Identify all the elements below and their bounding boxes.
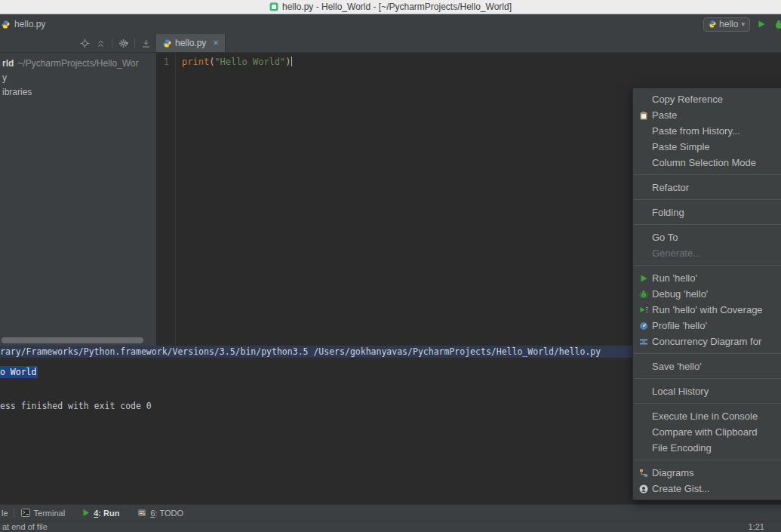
gear-icon[interactable]: ▾ xyxy=(118,38,128,48)
github-gist-icon xyxy=(638,484,649,494)
hide-panel-icon[interactable] xyxy=(141,38,151,48)
menu-label: Profile 'hello' xyxy=(652,320,707,331)
todo-icon xyxy=(137,509,146,517)
menu-label: Concurrency Diagram for xyxy=(652,336,761,347)
menu-item-file-encoding[interactable]: File Encoding xyxy=(633,440,781,456)
toolwindow-label: le xyxy=(2,509,8,518)
editor-tabbar: hello.py × xyxy=(156,34,781,52)
no-icon xyxy=(638,443,649,453)
menu-item-refactor[interactable]: Refactor xyxy=(633,180,781,195)
menu-label: Paste Simple xyxy=(652,141,710,152)
chevron-down-icon: ▾ xyxy=(125,40,128,47)
project-root-path: ~/PycharmProjects/Hello_Wor xyxy=(17,58,138,69)
editor-tab-hello-py[interactable]: hello.py × xyxy=(156,34,226,52)
editor-tabbar-row: ▾ hello.py × xyxy=(0,34,781,53)
menu-item-paste-from-history[interactable]: Paste from History... xyxy=(633,123,781,139)
toolwindow-todo[interactable]: 6: TODO xyxy=(137,509,183,518)
no-icon xyxy=(638,411,649,421)
project-tree-item-file[interactable]: y xyxy=(0,71,156,85)
project-root-node[interactable]: rld~/PycharmProjects/Hello_Wor xyxy=(0,57,156,71)
window-titlebar: hello.py - Hello_World - [~/PycharmProje… xyxy=(0,0,781,14)
code-token-string: "Hello World" xyxy=(214,57,285,67)
toolbar-divider xyxy=(134,38,135,48)
menu-label: Paste xyxy=(652,109,677,121)
toolwindow-console-partial[interactable]: le xyxy=(2,509,8,518)
collapse-all-icon[interactable] xyxy=(96,38,106,48)
menu-item-run-with-coverage[interactable]: Run 'hello' with Coverage xyxy=(633,302,781,318)
project-panel-toolbar: ▾ xyxy=(80,34,151,52)
menu-item-save-hello[interactable]: Save 'hello' xyxy=(633,358,781,374)
toolwindow-label: 4: Run xyxy=(94,509,119,518)
tab-label: hello.py xyxy=(175,38,206,48)
menu-item-compare-with-clipboard[interactable]: Compare with Clipboard xyxy=(633,424,781,440)
menu-separator xyxy=(634,199,781,200)
editor-context-menu: Copy Reference Paste Paste from History.… xyxy=(632,88,781,500)
code-token-paren-close: ) xyxy=(285,57,291,67)
toolbar-divider xyxy=(112,38,112,48)
menu-separator xyxy=(634,224,781,225)
project-tree-item-libraries[interactable]: ibraries xyxy=(0,85,156,100)
menu-label: Go To xyxy=(652,232,678,243)
menu-label: Refactor xyxy=(652,182,689,193)
menu-item-debug-hello[interactable]: Debug 'hello' xyxy=(633,286,781,302)
menu-item-paste-simple[interactable]: Paste Simple xyxy=(633,139,781,155)
no-icon xyxy=(638,248,649,258)
toolwindow-terminal[interactable]: Terminal xyxy=(21,509,66,518)
profiler-icon xyxy=(638,321,649,331)
menu-item-folding[interactable]: Folding xyxy=(633,204,781,220)
menu-item-diagrams[interactable]: Diagrams xyxy=(633,465,781,481)
editor-gutter: 1 xyxy=(156,53,176,346)
project-root-name: rld xyxy=(2,58,14,69)
menu-item-copy-reference[interactable]: Copy Reference xyxy=(633,91,781,107)
menu-separator xyxy=(634,460,781,460)
no-icon xyxy=(638,361,649,371)
menu-item-local-history[interactable]: Local History xyxy=(633,383,781,399)
no-icon xyxy=(638,427,649,437)
no-icon xyxy=(638,94,649,104)
no-icon xyxy=(638,126,649,136)
navigation-bar-file[interactable]: hello.py xyxy=(14,19,45,29)
menu-item-create-gist[interactable]: Create Gist... xyxy=(633,481,781,497)
menu-item-go-to[interactable]: Go To xyxy=(633,229,781,245)
scroll-from-source-icon[interactable] xyxy=(80,38,90,48)
menu-label: Local History xyxy=(652,386,709,397)
text-caret xyxy=(291,57,292,66)
menu-item-paste[interactable]: Paste xyxy=(633,107,781,123)
no-icon xyxy=(638,183,649,192)
menu-item-concurrency-diagram[interactable]: Concurrency Diagram for xyxy=(633,334,781,349)
toolwindow-label: 6: TODO xyxy=(150,509,183,518)
no-icon xyxy=(638,142,649,152)
menu-label: Paste from History... xyxy=(652,125,740,137)
menu-separator xyxy=(634,174,781,175)
menu-item-execute-line-in-console[interactable]: Execute Line in Console xyxy=(633,408,781,424)
menu-separator xyxy=(634,403,781,404)
debug-bug-icon xyxy=(638,289,649,299)
menu-separator xyxy=(634,353,781,354)
menu-item-column-selection-mode[interactable]: Column Selection Mode xyxy=(633,155,781,171)
run-button[interactable] xyxy=(757,20,766,29)
menu-label: Diagrams xyxy=(652,467,694,478)
horizontal-scrollbar[interactable] xyxy=(2,337,143,343)
menu-item-run-hello[interactable]: Run 'hello' xyxy=(633,270,781,286)
toolwindow-run[interactable]: 4: Run xyxy=(82,509,119,518)
app-window-icon xyxy=(269,2,278,11)
no-icon xyxy=(638,208,649,217)
close-icon[interactable]: × xyxy=(213,38,218,48)
no-icon xyxy=(638,386,649,396)
menu-label: Compare with Clipboard xyxy=(652,426,757,438)
python-file-icon xyxy=(2,20,10,29)
run-configuration-select[interactable]: hello ▾ xyxy=(703,17,750,32)
menu-label: Debug 'hello' xyxy=(652,288,708,300)
status-message: at end of file xyxy=(2,522,48,531)
debug-button-partial-icon[interactable] xyxy=(773,20,781,29)
python-file-icon xyxy=(163,39,171,48)
terminal-icon xyxy=(21,509,30,517)
menu-label: Execute Line in Console xyxy=(652,411,758,422)
menu-separator xyxy=(634,265,781,266)
chevron-down-icon: ▾ xyxy=(741,20,745,28)
menu-label: Run 'hello' with Coverage xyxy=(652,304,763,315)
diagrams-icon xyxy=(638,468,649,478)
menu-label: Copy Reference xyxy=(652,94,723,105)
caret-position[interactable]: 1:21 xyxy=(749,522,764,531)
menu-item-profile-hello[interactable]: Profile 'hello' xyxy=(633,318,781,334)
